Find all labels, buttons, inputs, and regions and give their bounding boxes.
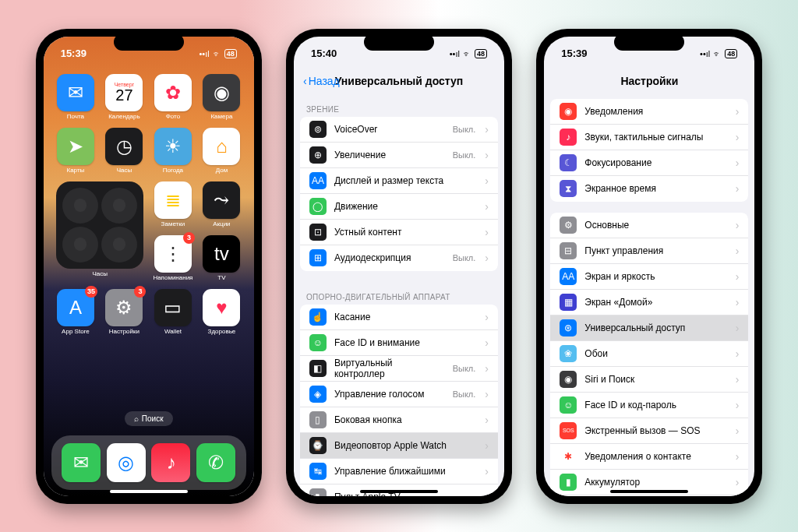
app-Дом[interactable]: ⌂Дом [200,128,243,174]
app-icon: tv [203,235,240,273]
dynamic-island [364,33,434,51]
battery-indicator: 48 [224,49,237,58]
settings-row[interactable]: ↹Управление ближайшими› [300,459,498,484]
settings-row[interactable]: AAЭкран и яркость› [550,264,748,290]
settings-row[interactable]: ⧗Экранное время› [550,176,748,202]
row-label: Основные [584,220,727,231]
app-label: App Store [62,328,90,335]
app-Акции[interactable]: ⤳Акции [200,181,243,227]
app-Карты[interactable]: ➤Карты [55,128,97,174]
settings-row[interactable]: ⊡Устный контент› [300,220,498,245]
app-Фото[interactable]: ✿Фото [152,74,195,120]
row-value: Выкл. [453,389,476,399]
settings-row[interactable]: ▯Боковая кнопка› [300,407,498,433]
settings-row[interactable]: ☺Face ID и код-пароль› [550,393,748,418]
app-label: Настройки [109,328,139,335]
app-Часы[interactable]: ◷Часы [103,128,146,174]
row-icon: ☺ [309,334,327,351]
back-label: Назад [309,75,340,87]
app-Погода[interactable]: ☀Погода [152,128,195,174]
settings-row[interactable]: ⊛Универсальный доступ› [550,315,748,341]
settings-row[interactable]: ◉Уведомления› [550,99,748,125]
app-messages[interactable]: ✉ [62,443,101,482]
settings-row[interactable]: ✋Конфиденциальность и безопасность› [550,495,748,496]
phone-home: 15:39 ••ıl ᯤ 48 ✉ПочтаЧетверг27Календарь… [36,29,262,504]
wifi-icon: ᯤ [463,49,471,58]
app-TV[interactable]: tvTV [200,235,243,281]
app-calendar[interactable]: Четверг27Календарь [103,74,146,120]
app-music[interactable]: ♪ [151,443,190,482]
row-icon: ⊚ [309,121,327,138]
settings-row[interactable]: ◈Управление голосомВыкл.› [300,382,498,407]
cellular-icon: ••ıl [450,49,460,58]
settings-row[interactable]: ❀Обои› [550,341,748,367]
app-Здоровье[interactable]: ♥Здоровье [200,289,243,335]
app-Напоминания[interactable]: ⋮3Напоминания [152,235,195,281]
app-safari[interactable]: ◎ [107,443,146,482]
app-label: Дом [216,167,228,174]
row-icon: ⊕ [309,146,327,164]
home-indicator[interactable] [360,490,438,493]
settings-row[interactable]: ▦Экран «Домой»› [550,290,748,315]
row-label: Аккумулятор [584,477,727,488]
app-Почта[interactable]: ✉Почта [55,74,97,120]
clock-face-icon [101,188,137,224]
settings-row[interactable]: ☾Фокусирование› [550,150,748,176]
row-label: Экран и яркость [584,271,727,282]
row-icon: ☾ [560,154,577,171]
settings-row[interactable]: SOSЭкстренный вызов — SOS› [550,418,748,444]
settings-row[interactable]: ⚙Основные› [550,213,748,238]
row-icon: ⚙ [560,217,577,234]
row-icon: ◉ [560,371,577,388]
chevron-right-icon: › [736,296,740,308]
chevron-right-icon: › [736,373,740,386]
row-label: Фокусирование [584,157,727,168]
app-Камера[interactable]: ◉Камера [200,74,243,120]
settings-row[interactable]: ⌚Видеоповтор Apple Watch› [300,433,498,459]
row-value: Выкл. [453,253,476,262]
row-label: Видеоповтор Apple Watch [334,440,477,451]
wifi-icon: ᯤ [213,49,221,58]
settings-row[interactable]: ◧Виртуальный контроллерВыкл.› [300,356,498,382]
home-indicator[interactable] [610,490,688,493]
app-App Store[interactable]: A35App Store [55,289,97,335]
app-icon: ♪ [151,443,190,482]
row-icon: ⧗ [560,180,577,197]
search-icon: ⌕ [134,414,139,423]
clock-widget[interactable]: Часы [55,181,146,281]
nav-title: Настройки [620,75,678,87]
settings-row[interactable]: ⊕УвеличениеВыкл.› [300,143,498,168]
row-icon: ⌚ [309,437,327,454]
chevron-right-icon: › [736,476,740,488]
row-label: Уведомления о контакте [584,451,727,462]
settings-row[interactable]: AAДисплей и размер текста› [300,168,498,194]
badge: 35 [85,286,97,298]
app-Настройки[interactable]: ⚙3Настройки [103,289,146,335]
status-time: 15:39 [561,48,587,59]
back-button[interactable]: ‹ Назад [303,75,340,87]
calendar-date: 27 [115,87,132,103]
cellular-icon: ••ıl [199,49,209,58]
settings-row[interactable]: ◯Движение› [300,194,498,220]
app-phone[interactable]: ✆ [196,443,235,482]
clock-face-icon [62,227,98,262]
settings-row[interactable]: ⊟Пункт управления› [550,238,748,264]
spotlight-search[interactable]: ⌕ Поиск [125,411,173,426]
settings-row[interactable]: ⊞АудиодескрипцияВыкл.› [300,245,498,271]
row-icon: ☝ [309,308,327,326]
settings-row[interactable]: ◉Siri и Поиск› [550,367,748,393]
settings-row[interactable]: ☺Face ID и внимание› [300,330,498,356]
calendar-icon: Четверг27 [105,74,143,111]
app-icon: ◷ [105,128,143,165]
settings-row[interactable]: ♪Звуки, тактильные сигналы› [550,125,748,150]
nav-bar: Настройки [544,68,754,94]
row-icon: ▮ [560,474,577,491]
row-icon: ⊡ [309,224,327,241]
row-icon: ⊛ [560,319,577,336]
app-Заметки[interactable]: ≣Заметки [152,181,195,227]
settings-row[interactable]: ☝Касание› [300,305,498,330]
settings-row[interactable]: ⊚VoiceOverВыкл.› [300,117,498,143]
status-time: 15:40 [311,48,337,59]
app-Wallet[interactable]: ▭Wallet [152,289,195,335]
settings-row[interactable]: ✱Уведомления о контакте› [550,444,748,470]
